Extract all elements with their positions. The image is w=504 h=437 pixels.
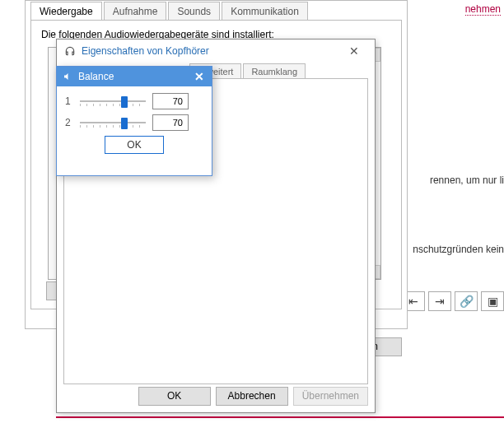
link-icon[interactable]: 🔗 — [455, 291, 478, 311]
bg-link-nehmen[interactable]: nehmen — [465, 3, 501, 16]
balance-value-2[interactable]: 70 — [152, 114, 189, 131]
props-titlebar[interactable]: Eigenschaften von Kopfhörer ✕ — [57, 40, 375, 63]
tab-raumklang[interactable]: Raumklang — [243, 63, 306, 79]
balance-titlebar[interactable]: Balance ✕ — [57, 67, 212, 86]
balance-window: Balance ✕ 1 70 2 70 OK — [56, 66, 212, 176]
bg-toolbar: ⇤ ⇥ 🔗 ▣ — [402, 291, 504, 311]
balance-value-1[interactable]: 70 — [152, 93, 189, 109]
headphone-icon — [63, 44, 77, 58]
props-cancel-button[interactable]: Abbrechen — [216, 387, 288, 406]
balance-label-1: 1 — [65, 95, 73, 107]
tab-aufnahme[interactable]: Aufnahme — [104, 2, 167, 21]
indent-right-icon[interactable]: ⇥ — [428, 291, 451, 311]
props-apply-button: Übernehmen — [293, 387, 368, 406]
balance-close-icon[interactable]: ✕ — [192, 70, 207, 83]
balance-row-1: 1 70 — [65, 93, 203, 109]
slider-thumb-icon[interactable] — [121, 118, 128, 129]
props-title: Eigenschaften von Kopfhörer — [82, 45, 340, 57]
balance-row-2: 2 70 — [65, 114, 203, 131]
balance-ok-button[interactable]: OK — [105, 136, 164, 154]
balance-title: Balance — [78, 71, 192, 82]
balance-slider-2[interactable] — [80, 116, 146, 129]
image-icon[interactable]: ▣ — [481, 291, 504, 311]
tab-sounds[interactable]: Sounds — [168, 2, 220, 21]
bg-text-nschutz: nschutzgründen kein — [413, 244, 504, 255]
balance-label-2: 2 — [65, 117, 73, 128]
tab-wiedergabe[interactable]: Wiedergabe — [30, 2, 102, 21]
bg-divider — [56, 416, 504, 418]
speaker-small-icon — [62, 71, 73, 82]
tab-kommunikation[interactable]: Kommunikation — [222, 2, 308, 21]
close-icon[interactable]: ✕ — [340, 43, 368, 59]
slider-thumb-icon[interactable] — [121, 96, 128, 108]
balance-slider-1[interactable] — [80, 95, 146, 108]
sound-tabs: Wiedergabe Aufnahme Sounds Kommunikation — [26, 1, 407, 20]
bg-text-rennen: rennen, um nur li — [430, 174, 504, 186]
props-ok-button[interactable]: OK — [138, 387, 211, 406]
